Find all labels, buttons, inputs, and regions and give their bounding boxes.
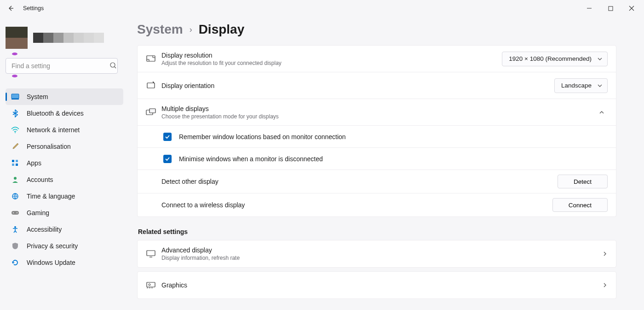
row-label: Connect to a wireless display — [161, 201, 552, 209]
back-button[interactable] — [5, 2, 17, 15]
svg-rect-11 — [12, 211, 19, 215]
svg-rect-6 — [16, 160, 18, 162]
brush-icon — [11, 142, 19, 151]
chevron-right-icon — [602, 282, 608, 288]
row-display-orientation[interactable]: Display orientation Landscape — [138, 72, 616, 99]
search-icon — [109, 62, 117, 69]
sidebar-item-label: Network & internet — [27, 126, 80, 134]
row-title: Display orientation — [161, 82, 554, 89]
sidebar-item-gaming[interactable]: Gaming — [6, 205, 123, 221]
collapse-toggle[interactable] — [596, 107, 608, 117]
resolution-dropdown[interactable]: 1920 × 1080 (Recommended) — [502, 52, 608, 66]
checkbox-minimise[interactable] — [163, 155, 172, 163]
globe-icon — [11, 192, 19, 200]
option-remember-windows[interactable]: Remember window locations based on monit… — [138, 126, 616, 148]
svg-rect-16 — [147, 83, 155, 88]
gamepad-icon — [11, 209, 19, 217]
dropdown-value: 1920 × 1080 (Recommended) — [509, 55, 592, 62]
breadcrumb-current: Display — [199, 22, 245, 37]
svg-rect-8 — [16, 164, 18, 166]
row-graphics[interactable]: Graphics — [138, 272, 616, 298]
sidebar-item-personalisation[interactable]: Personalisation — [6, 138, 123, 155]
shield-icon — [11, 242, 19, 250]
svg-point-4 — [15, 132, 16, 133]
svg-rect-7 — [12, 164, 14, 166]
sidebar-item-time[interactable]: Time & language — [6, 188, 123, 205]
sidebar-item-accounts[interactable]: Accounts — [6, 171, 123, 188]
minimize-button[interactable] — [579, 1, 600, 16]
checkbox-remember[interactable] — [163, 133, 172, 141]
row-multiple-displays[interactable]: Multiple displays Choose the presentatio… — [138, 99, 616, 126]
main-content: System › Display Display resolution Adju… — [129, 17, 644, 310]
row-wireless-display: Connect to a wireless display Connect — [138, 193, 616, 216]
row-advanced-display[interactable]: Advanced display Display information, re… — [138, 240, 616, 267]
chevron-down-icon — [597, 56, 603, 62]
sidebar-item-network[interactable]: Network & internet — [6, 122, 123, 138]
graphics-icon — [146, 281, 161, 289]
window-title: Settings — [23, 5, 44, 12]
row-title: Multiple displays — [161, 105, 596, 112]
row-subtitle: Adjust the resolution to fit your connec… — [161, 60, 502, 66]
option-label: Minimise windows when a monitor is disco… — [179, 155, 608, 163]
svg-point-14 — [14, 226, 16, 228]
chevron-right-icon: › — [190, 25, 192, 35]
display-card: Display resolution Adjust the resolution… — [137, 45, 616, 217]
sidebar-item-apps[interactable]: Apps — [6, 155, 123, 171]
svg-rect-2 — [12, 94, 19, 99]
sidebar-item-privacy[interactable]: Privacy & security — [6, 238, 123, 254]
wifi-icon — [11, 126, 19, 134]
person-icon — [11, 175, 19, 184]
detect-button[interactable]: Detect — [558, 175, 608, 188]
sidebar-item-bluetooth[interactable]: Bluetooth & devices — [6, 105, 123, 122]
option-label: Remember window locations based on monit… — [179, 133, 608, 140]
svg-rect-5 — [12, 160, 14, 162]
svg-rect-15 — [147, 56, 155, 61]
search-input[interactable] — [6, 58, 118, 74]
chevron-right-icon — [602, 251, 608, 257]
sidebar-item-label: Accounts — [27, 176, 53, 183]
redacted-name — [33, 33, 104, 43]
orientation-icon — [146, 82, 161, 90]
row-detect-display: Detect other display Detect — [138, 170, 616, 193]
svg-point-12 — [13, 212, 14, 213]
resolution-icon — [146, 55, 161, 63]
sidebar-item-label: Apps — [27, 159, 41, 167]
system-icon — [11, 93, 19, 101]
related-settings-heading: Related settings — [138, 228, 616, 235]
breadcrumb: System › Display — [137, 22, 616, 37]
orientation-dropdown[interactable]: Landscape — [554, 78, 608, 93]
check-icon — [165, 134, 170, 140]
update-icon — [11, 258, 19, 267]
svg-point-1 — [110, 63, 115, 67]
sidebar-item-label: Personalisation — [27, 143, 71, 150]
row-title: Advanced display — [161, 246, 602, 254]
profile-block[interactable] — [6, 25, 123, 53]
sidebar-item-accessibility[interactable]: Accessibility — [6, 221, 123, 238]
sidebar-nav: System Bluetooth & devices Network & int… — [6, 88, 123, 271]
decoration-dot-2 — [12, 75, 17, 77]
dropdown-value: Landscape — [561, 82, 592, 89]
svg-rect-3 — [12, 99, 19, 99]
apps-icon — [11, 159, 19, 167]
avatar — [6, 27, 28, 49]
breadcrumb-parent[interactable]: System — [137, 22, 183, 37]
minimize-icon — [586, 6, 592, 11]
row-display-resolution[interactable]: Display resolution Adjust the resolution… — [138, 46, 616, 72]
connect-button[interactable]: Connect — [552, 198, 608, 212]
arrow-left-icon — [7, 5, 15, 12]
maximize-button[interactable] — [600, 1, 621, 16]
row-title: Display resolution — [161, 52, 502, 59]
svg-rect-19 — [147, 251, 155, 256]
close-button[interactable] — [621, 1, 642, 16]
sidebar-item-label: Windows Update — [27, 259, 75, 266]
graphics-card: Graphics — [137, 271, 616, 299]
sidebar-item-label: Time & language — [27, 193, 75, 200]
sidebar-item-system[interactable]: System — [6, 88, 123, 105]
decoration-dot — [12, 53, 17, 55]
svg-rect-0 — [609, 6, 613, 11]
sidebar-item-update[interactable]: Windows Update — [6, 254, 123, 271]
option-minimise-windows[interactable]: Minimise windows when a monitor is disco… — [138, 148, 616, 170]
sidebar-item-label: System — [27, 93, 48, 100]
chevron-down-icon — [597, 83, 603, 88]
advanced-display-card: Advanced display Display information, re… — [137, 240, 616, 268]
